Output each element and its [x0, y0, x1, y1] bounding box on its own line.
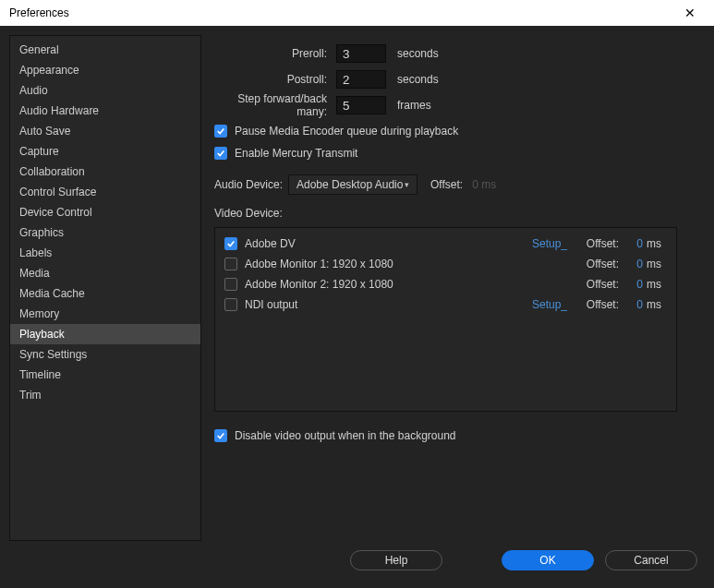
sidebar-item-capture[interactable]: Capture: [10, 141, 200, 162]
preroll-label: Preroll:: [214, 47, 336, 60]
step-label: Step forward/back many:: [214, 92, 336, 118]
sidebar-item-timeline[interactable]: Timeline: [10, 365, 200, 385]
video-device-list: Adobe DVSetup_Offset:0msAdobe Monitor 1:…: [214, 227, 677, 412]
audio-device-label: Audio Device:: [214, 178, 288, 191]
sidebar-item-trim[interactable]: Trim: [10, 385, 200, 405]
sidebar-item-control-surface[interactable]: Control Surface: [10, 182, 200, 202]
video-device-offset-value[interactable]: 0: [619, 237, 643, 250]
postroll-unit: seconds: [397, 73, 439, 86]
sidebar: GeneralAppearanceAudioAudio HardwareAuto…: [9, 35, 201, 541]
chevron-down-icon: ▾: [405, 180, 409, 189]
disable-bg-label: Disable video output when in the backgro…: [235, 429, 456, 442]
preroll-unit: seconds: [397, 47, 439, 60]
preroll-input[interactable]: [336, 44, 386, 63]
postroll-input[interactable]: [336, 70, 386, 89]
sidebar-item-auto-save[interactable]: Auto Save: [10, 121, 200, 141]
video-device-name: Adobe DV: [245, 237, 532, 250]
video-device-row: Adobe DVSetup_Offset:0ms: [224, 234, 667, 254]
video-device-name: Adobe Monitor 1: 1920 x 1080: [245, 258, 532, 270]
step-unit: frames: [397, 99, 431, 112]
video-device-offset-label: Offset:: [580, 237, 619, 250]
video-device-row: Adobe Monitor 1: 1920 x 1080Offset:0ms: [224, 254, 667, 274]
help-button[interactable]: Help: [350, 550, 442, 570]
video-device-name: NDI output: [245, 298, 532, 311]
audio-offset-label: Offset:: [430, 178, 463, 191]
disable-bg-checkbox[interactable]: [214, 429, 227, 442]
sidebar-item-general[interactable]: General: [10, 40, 200, 60]
mercury-checkbox[interactable]: [214, 147, 227, 160]
sidebar-item-appearance[interactable]: Appearance: [10, 60, 200, 80]
audio-device-value: Adobe Desktop Audio: [296, 178, 403, 191]
audio-device-select[interactable]: Adobe Desktop Audio ▾: [288, 174, 418, 195]
playback-panel: Preroll: seconds Postroll: seconds Step …: [201, 35, 705, 541]
video-device-offset-label: Offset:: [580, 258, 619, 270]
sidebar-item-playback[interactable]: Playback: [10, 324, 200, 344]
video-device-checkbox[interactable]: [224, 278, 237, 291]
content: GeneralAppearanceAudioAudio HardwareAuto…: [0, 26, 714, 541]
title-bar: Preferences ✕: [0, 0, 714, 26]
sidebar-item-collaboration[interactable]: Collaboration: [10, 162, 200, 182]
close-icon[interactable]: ✕: [672, 6, 708, 20]
sidebar-item-sync-settings[interactable]: Sync Settings: [10, 344, 200, 365]
video-device-offset-label: Offset:: [580, 278, 619, 291]
video-device-offset-unit: ms: [647, 237, 667, 250]
video-device-checkbox[interactable]: [224, 298, 237, 311]
step-input[interactable]: [336, 96, 386, 114]
video-device-offset-unit: ms: [647, 278, 667, 291]
sidebar-item-memory[interactable]: Memory: [10, 304, 200, 324]
sidebar-item-device-control[interactable]: Device Control: [10, 202, 200, 222]
video-device-row: Adobe Monitor 2: 1920 x 1080Offset:0ms: [224, 274, 667, 294]
video-device-row: NDI outputSetup_Offset:0ms: [224, 294, 667, 315]
mercury-label: Enable Mercury Transmit: [235, 147, 357, 160]
video-device-offset-value[interactable]: 0: [619, 278, 643, 291]
ok-button[interactable]: OK: [502, 550, 594, 570]
video-device-name: Adobe Monitor 2: 1920 x 1080: [245, 278, 532, 291]
pause-media-checkbox[interactable]: [214, 125, 227, 138]
footer: Help OK Cancel: [0, 541, 714, 570]
sidebar-item-media-cache[interactable]: Media Cache: [10, 283, 200, 304]
pause-media-label: Pause Media Encoder queue during playbac…: [235, 125, 458, 138]
sidebar-item-audio[interactable]: Audio: [10, 80, 200, 101]
video-device-setup-link[interactable]: Setup_: [532, 237, 576, 250]
video-device-checkbox[interactable]: [224, 258, 237, 270]
video-device-setup-link[interactable]: Setup_: [532, 298, 576, 311]
video-device-offset-unit: ms: [647, 298, 667, 311]
video-device-offset-value[interactable]: 0: [619, 258, 643, 270]
video-device-offset-label: Offset:: [580, 298, 619, 311]
video-device-offset-unit: ms: [647, 258, 667, 270]
sidebar-item-audio-hardware[interactable]: Audio Hardware: [10, 101, 200, 121]
cancel-button[interactable]: Cancel: [605, 550, 697, 570]
video-device-label: Video Device:: [214, 207, 677, 220]
postroll-label: Postroll:: [214, 73, 336, 86]
sidebar-item-media[interactable]: Media: [10, 263, 200, 283]
video-device-checkbox[interactable]: [224, 237, 237, 250]
sidebar-item-labels[interactable]: Labels: [10, 243, 200, 263]
window-title: Preferences: [9, 6, 69, 19]
audio-offset-value: 0 ms: [472, 178, 496, 191]
video-device-offset-value[interactable]: 0: [619, 298, 643, 311]
sidebar-item-graphics[interactable]: Graphics: [10, 222, 200, 243]
